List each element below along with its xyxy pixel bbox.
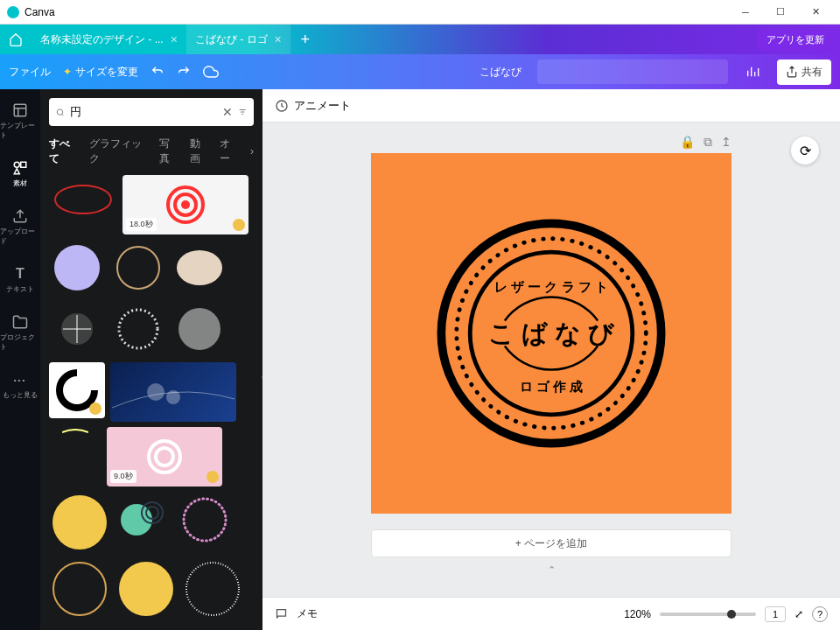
upload-icon <box>11 207 29 225</box>
search-box[interactable]: ✕ <box>49 98 254 126</box>
lock-page-icon[interactable]: 🔒 <box>680 135 695 150</box>
close-tab-icon[interactable]: × <box>171 32 178 46</box>
svg-point-15 <box>147 383 164 401</box>
add-page-button[interactable]: + ページを追加 <box>371 529 732 557</box>
rail-text[interactable]: T テキスト <box>0 262 40 298</box>
duration-badge: 18.0秒 <box>126 218 157 231</box>
svg-point-14 <box>178 308 220 350</box>
help-button[interactable]: ? <box>812 606 828 622</box>
rail-projects[interactable]: プロジェクト <box>0 310 40 355</box>
template-icon <box>11 102 29 119</box>
animate-button[interactable]: アニメート <box>294 98 351 114</box>
notes-icon <box>275 607 288 620</box>
premium-crown-icon <box>206 471 219 483</box>
minimize-button[interactable]: ─ <box>728 0 763 24</box>
element-thumb[interactable] <box>116 492 172 548</box>
svg-point-19 <box>52 495 107 550</box>
element-thumb[interactable] <box>182 558 243 620</box>
add-tab-button[interactable]: + <box>290 24 320 54</box>
search-input[interactable] <box>70 106 217 119</box>
element-thumb[interactable] <box>110 240 166 296</box>
element-thumb[interactable] <box>110 301 166 357</box>
filter-audio[interactable]: オー <box>220 136 240 166</box>
refresh-button[interactable]: ⟳ <box>791 136 819 164</box>
zoom-level[interactable]: 120% <box>624 608 651 620</box>
element-thumb[interactable]: 9.0秒 <box>107 427 222 486</box>
search-results: 18.0秒 <box>40 172 262 630</box>
page-number[interactable]: 1 <box>765 606 786 622</box>
share-button[interactable]: 共有 <box>777 60 831 85</box>
element-thumb[interactable]: 18.0秒 <box>122 175 248 234</box>
close-window-button[interactable]: ✕ <box>798 0 833 24</box>
maximize-button[interactable]: ☐ <box>763 0 798 24</box>
document-tab[interactable]: 名称未設定のデザイン - ... × <box>32 24 186 54</box>
canvas-toolbar: アニメート <box>262 89 840 122</box>
page-indicator-caret[interactable]: ⌃ <box>548 564 556 576</box>
duplicate-page-icon[interactable]: ⧉ <box>704 135 712 150</box>
app-name: Canva <box>24 6 55 18</box>
artboard[interactable]: レ ザ ー ク ラ フ ト こ ば な び ロ ゴ 作 成 <box>371 153 732 514</box>
clear-search-icon[interactable]: ✕ <box>222 105 233 119</box>
page-share-icon[interactable]: ↥ <box>721 135 732 150</box>
element-thumb[interactable] <box>49 175 117 224</box>
animate-icon <box>275 99 289 113</box>
search-icon <box>56 106 65 119</box>
svg-point-7 <box>181 200 190 209</box>
rail-elements[interactable]: 素材 <box>0 156 40 192</box>
cloud-sync-icon[interactable] <box>203 64 219 80</box>
zoom-slider-thumb[interactable] <box>727 610 736 619</box>
element-thumb[interactable] <box>49 492 110 553</box>
canvas-bottom-bar: メモ 120% 1 ⤢ ? <box>262 597 840 630</box>
element-thumb[interactable] <box>177 492 233 548</box>
scroll-filters-icon[interactable]: › <box>250 145 254 158</box>
element-thumb[interactable] <box>49 240 105 296</box>
svg-rect-0 <box>14 104 26 116</box>
svg-point-25 <box>119 562 173 616</box>
notes-button[interactable]: メモ <box>297 606 318 621</box>
element-thumb[interactable] <box>49 558 110 620</box>
document-tab[interactable]: こばなび - ロゴ × <box>186 24 290 54</box>
element-thumb[interactable] <box>49 427 102 438</box>
filter-photos[interactable]: 写真 <box>159 136 179 166</box>
premium-crown-icon <box>89 402 102 415</box>
folder-icon <box>11 313 29 331</box>
element-thumb[interactable] <box>116 558 177 620</box>
redo-button[interactable] <box>177 65 191 79</box>
filter-settings-icon[interactable] <box>238 105 247 119</box>
text-icon: T <box>11 265 29 283</box>
canvas-viewport[interactable]: 🔒 ⧉ ↥ ⟳ レ ザ ー ク ラ フ ト こ ば な び ロ ゴ 作 成 + … <box>262 122 840 597</box>
rail-more[interactable]: ••• もっと見る <box>0 368 40 403</box>
filter-videos[interactable]: 動画 <box>190 136 210 166</box>
logo-design[interactable]: レ ザ ー ク ラ フ ト こ ば な び ロ ゴ 作 成 <box>424 206 678 460</box>
resize-button[interactable]: ✦ サイズを変更 <box>63 65 138 80</box>
home-button[interactable] <box>0 24 32 54</box>
svg-point-17 <box>149 441 180 472</box>
premium-crown-icon <box>233 219 245 231</box>
element-thumb[interactable] <box>172 240 228 296</box>
stats-button[interactable] <box>740 60 765 84</box>
filter-all[interactable]: すべて <box>49 136 79 166</box>
filter-graphics[interactable]: グラフィック <box>89 136 149 166</box>
close-tab-icon[interactable]: × <box>275 32 282 46</box>
duration-badge: 9.0秒 <box>110 470 136 483</box>
rail-templates[interactable]: テンプレート <box>0 98 40 144</box>
rail-uploads[interactable]: アップロード <box>0 204 40 249</box>
title-input-field[interactable] <box>537 60 728 84</box>
element-thumb[interactable] <box>110 362 236 422</box>
fullscreen-button[interactable]: ⤢ <box>794 608 803 620</box>
svg-point-18 <box>156 448 173 466</box>
undo-button[interactable] <box>150 65 164 79</box>
document-title[interactable]: こばなび <box>480 65 522 80</box>
tab-label: 名称未設定のデザイン - ... <box>40 32 164 47</box>
filter-tabs: すべて グラフィック 写真 動画 オー › <box>40 131 262 172</box>
main-toolbar: ファイル ✦ サイズを変更 こばなび 共有 <box>0 54 840 89</box>
element-thumb[interactable] <box>172 301 228 357</box>
file-menu[interactable]: ファイル <box>9 65 51 80</box>
update-app-button[interactable]: アプリを更新 <box>758 29 833 51</box>
logo-bottom-text: ロ ゴ 作 成 <box>520 380 583 394</box>
zoom-slider[interactable] <box>660 612 756 616</box>
element-thumb[interactable] <box>49 301 105 357</box>
element-thumb[interactable] <box>49 362 105 418</box>
canva-logo-icon <box>7 6 19 18</box>
svg-point-23 <box>184 499 226 541</box>
